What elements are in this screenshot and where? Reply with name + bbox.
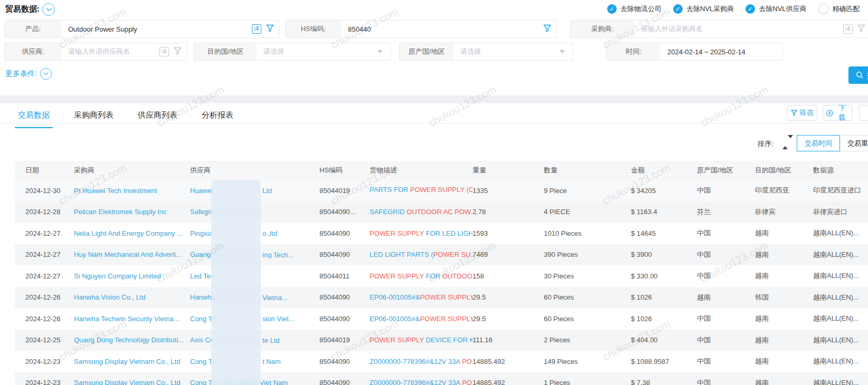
supplier-link-suffix[interactable]: te Ltd [262,336,280,344]
origin-country-select[interactable]: 请选择 [454,43,560,60]
page-title: 贸易数据: [5,4,40,14]
goods-description-segment[interactable]: FOR LED LIGH ... [426,229,473,237]
check-circle-icon[interactable]: ✓ [673,4,683,14]
goods-description-segment[interactable]: FOR [426,272,442,280]
supplier-link[interactable]: Hanwha [190,293,215,301]
table-row[interactable]: 2024-12-23Samsung Display Vietnam Co., L… [15,351,868,372]
goods-description-segment[interactable]: POWER SUPPLY (O. [410,186,473,194]
more-conditions-link[interactable]: 更多条件: [5,69,37,79]
buyer-link[interactable]: Samsung Display Vietnam Co., Ltd [74,379,180,385]
table-row[interactable]: 2024-12-28Pelican Elektromek Supply IncS… [15,201,868,223]
sort-option-1[interactable]: 交易重量 [839,135,868,151]
goods-description-segment[interactable]: SAFEGRID [370,208,407,216]
supplier-link[interactable]: Guangz [190,251,214,258]
supplier-link-suffix[interactable]: sion Viet... [262,315,294,323]
supplier-link[interactable]: Led Tes [190,272,214,280]
goods-description-segment[interactable]: PO [462,379,472,385]
goods-description-segment[interactable]: EP06-001005#& [370,315,420,323]
goods-description-segment[interactable]: OUTDOOR AC POW... [407,208,473,216]
check-circle-icon[interactable]: ✓ [746,4,755,14]
table-row[interactable]: 2024-12-27Si Nguyen Company LimitedLed T… [15,265,868,287]
goods-description-segment[interactable]: PO... [462,358,473,365]
time-range-input[interactable]: 2024-02-14 ~ 2025-02-14 [661,43,782,60]
origin-country-label: 原产国/地区 [400,43,454,60]
table-row[interactable]: 2024-12-25Quang Dung Technology Distribu… [15,330,868,351]
buyer-link[interactable]: Samsung Display Vietnam Co., Ltd [74,358,180,365]
buyer-input[interactable]: 请输入外语采购商名 [634,21,843,37]
search-button[interactable]: 搜索 [848,66,868,84]
cell-date: 2024-12-23 [15,379,74,385]
translate-icon[interactable]: 译 [843,24,853,34]
sort-option-0[interactable]: 交易时间 [797,135,840,151]
subscribe-button[interactable] [859,105,868,121]
download-button[interactable]: 下载 [823,105,852,121]
buyer-link[interactable]: Hanwha Techwin Security Vietna... [74,315,180,323]
tab-3[interactable]: 分析报表 [199,107,237,128]
goods-description-segment[interactable]: Z0000000-778396#&12V 33A [370,358,462,365]
goods-description-segment[interactable]: DEVICE FOR K... [426,336,473,344]
supplier-link-suffix[interactable]: o.,ltd [262,229,277,237]
buyer-link[interactable]: Quang Dung Technology Distributi... [74,336,184,344]
translate-icon[interactable]: 译 [159,47,169,56]
more-conditions-chevron-icon[interactable] [40,68,52,80]
exclusion-toggle-2[interactable]: ✓去除NVL供应商 [746,4,806,14]
supplier-link[interactable]: Cong Ty [190,358,215,365]
table-row[interactable]: 2024-12-23Samsung Display Vietnam Co., L… [15,372,868,385]
supplier-link[interactable]: Cong Ty [190,315,215,323]
supplier-link[interactable]: Safegri [190,208,212,216]
goods-description-segment[interactable]: POWER SUPPLY... [420,293,473,301]
buyer-link[interactable]: Si Nguyen Company Limited [74,272,161,280]
table-row[interactable]: 2024-12-26Hanwha Techwin Security Vietna… [15,308,868,330]
buyer-link[interactable]: Pelican Elektromek Supply Inc [74,208,167,216]
table-row[interactable]: 2024-12-26Hanwha Vision Co., LtdHanwhaVi… [15,287,868,309]
goods-description-segment[interactable]: EP06-001005#& [370,293,420,301]
table-row[interactable]: 2024-12-27Huy Nam Mechanical And Adverti… [15,244,868,266]
supplier-input[interactable]: 请输入外语供应商名 [61,43,159,60]
table-row[interactable]: 2024-12-27Nelia Light And Energy Company… [15,223,868,244]
radio-circle-icon[interactable] [818,4,829,14]
supplier-filter-funnel-icon[interactable] [174,47,182,56]
buyer-link[interactable]: Nelia Light And Energy Company ... [74,229,183,237]
hs-code-input[interactable]: 850440 [341,21,543,37]
table-row[interactable]: 2024-12-30Pt Huawei Tech InvestmentHuawe… [15,180,868,201]
trade-data-collapse-chevron-icon[interactable] [42,3,55,16]
product-filter-funnel-icon[interactable] [266,24,274,34]
buyer-link[interactable]: Hanwha Vision Co., Ltd [74,293,146,301]
translate-icon[interactable]: 译 [252,24,261,34]
exclusion-toggle-3[interactable]: 精确匹配 [818,4,860,14]
buyer-link[interactable]: Huy Nam Mechanical And Adverti... [74,251,182,258]
tab-0[interactable]: 交易数据 [15,107,53,128]
goods-description-segment[interactable]: POWER SUPPLY [370,229,426,237]
goods-description-segment[interactable]: POWER SUPPLY [370,272,426,280]
cell-weight: 158 [473,272,544,280]
goods-description-segment[interactable]: Z0000000-778396#&12V 33A [370,379,462,385]
product-input[interactable]: Outdoor Power Supply [61,21,252,37]
exclusion-toggle-0[interactable]: ✓去除物流公司 [607,4,662,14]
goods-description-segment[interactable]: POWER SUPPLY [370,336,426,344]
supplier-link[interactable]: Huawei [190,187,213,195]
supplier-link-suffix[interactable]: Vietna... [262,293,287,301]
goods-description-segment[interactable]: POWER SUPPLY... [420,315,473,323]
tab-1[interactable]: 采购商列表 [71,107,117,128]
sort-direction-icon[interactable] [782,138,790,148]
filter-button[interactable]: 筛选 [787,105,817,121]
buyer-label: 采购商: [571,21,634,37]
buyer-link[interactable]: Pt Huawei Tech Investment [74,187,157,195]
check-circle-icon[interactable]: ✓ [607,4,617,14]
supplier-link-suffix[interactable]: ing Tech... [262,251,294,258]
hs-code-filter-funnel-icon[interactable] [543,24,551,34]
dest-country-select[interactable]: 请选择 [257,43,378,60]
supplier-link-suffix[interactable]: t Nam [262,358,281,365]
supplier-link[interactable]: Axis Co [190,336,214,344]
goods-description-segment[interactable]: PARTS FOR [370,186,410,194]
goods-description-segment[interactable]: OUTDOO... [442,272,473,280]
buyer-filter-funnel-icon[interactable] [857,24,865,34]
exclusion-toggle-1[interactable]: ✓去除NVL采购商 [673,4,734,14]
chevron-down-icon [560,50,565,53]
goods-description-segment[interactable]: POWER SU... [433,251,473,258]
supplier-link[interactable]: Pingxia [190,229,213,237]
supplier-link-suffix[interactable]: Ltd [262,187,272,195]
supplier-link[interactable]: Cong Ty Tnhh Imarket Viet Nam [190,379,288,385]
goods-description-segment[interactable]: LED LIGHT PARTS ( [370,251,433,258]
tab-2[interactable]: 供应商列表 [135,107,181,128]
